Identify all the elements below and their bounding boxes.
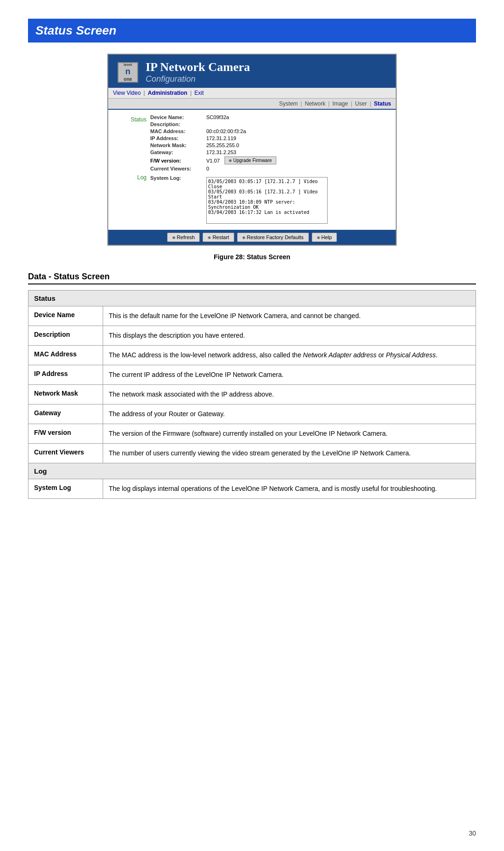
nav-exit[interactable]: Exit [195, 90, 204, 96]
description-row-desc: This displays the description you have e… [103, 326, 476, 346]
sidebar-log-label: Log [113, 174, 147, 181]
viewers-row-desc: The number of users currently viewing th… [103, 444, 476, 463]
data-section-title: Data - Status Screen [28, 272, 476, 284]
fw-label: F/W version: [150, 158, 206, 163]
device-name-row-desc: This is the default name for the LevelOn… [103, 306, 476, 326]
ip-row-label: IP Address [28, 365, 103, 385]
ip-row-desc: The current IP address of the LevelOne I… [103, 365, 476, 385]
log-section-header-row: Log [28, 463, 476, 479]
camera-screenshot: level n one IP Network Camera Configurat… [107, 54, 397, 246]
device-name-row: Device Name: SC09f32a [150, 114, 391, 120]
logo-one: one [124, 77, 132, 82]
log-row: System Log: 03/05/2003 03:05:17 [172.31.… [150, 175, 391, 224]
nav-administration[interactable]: Administration [148, 90, 188, 96]
tab-system[interactable]: System [279, 100, 298, 107]
gateway-row-label: Gateway [28, 404, 103, 424]
gateway-row-desc: The address of your Router or Gateway. [103, 404, 476, 424]
mac-desc-or: or [377, 351, 386, 359]
mac-desc-italic1: Network Adapter address [303, 351, 376, 359]
fw-row-desc: The version of the Firmware (software) c… [103, 424, 476, 444]
camera-header: level n one IP Network Camera Configurat… [108, 55, 396, 88]
logo-n: n [126, 67, 131, 77]
tab-user[interactable]: User [355, 100, 367, 107]
tab-network[interactable]: Network [305, 100, 325, 107]
logo-level: level [124, 63, 132, 67]
ip-row: IP Address: 172.31.2.119 [150, 135, 391, 141]
mask-row: Network Mask: 255.255.255.0 [150, 142, 391, 148]
restart-button[interactable]: Restart [203, 233, 234, 242]
tab-image[interactable]: Image [332, 100, 348, 107]
mac-row-desc: The MAC address is the low-level network… [103, 346, 476, 365]
camera-title-block: IP Network Camera Configuration [146, 60, 250, 84]
mac-desc-part1: The MAC address is the low-level network… [109, 351, 303, 359]
mask-label: Network Mask: [150, 142, 206, 148]
table-row: Gateway The address of your Router or Ga… [28, 404, 476, 424]
table-row: Device Name This is the default name for… [28, 306, 476, 326]
camera-nav: View Video | Administration | Exit [108, 88, 396, 99]
page-number: 30 [469, 830, 476, 837]
page-title: Status Screen [35, 23, 469, 38]
mac-desc-part2: . [436, 351, 438, 359]
log-section-header: Log [28, 463, 476, 479]
fw-row-label: F/W version [28, 424, 103, 444]
nav-view-video[interactable]: View Video [113, 90, 141, 96]
figure-caption: Figure 28: Status Screen [28, 253, 476, 261]
camera-subtitle: Configuration [146, 74, 250, 84]
gateway-value: 172.31.2.253 [206, 149, 236, 155]
gateway-label: Gateway: [150, 149, 206, 155]
sidebar-status-label: Status [113, 116, 147, 123]
fw-value: V1.07 [206, 158, 220, 163]
description-label: Description: [150, 121, 206, 127]
camera-content: Device Name: SC09f32a Description: MAC A… [150, 114, 391, 225]
gateway-row: Gateway: 172.31.2.253 [150, 149, 391, 155]
mac-label: MAC Address: [150, 128, 206, 134]
device-name-row-label: Device Name [28, 306, 103, 326]
data-table: Status Device Name This is the default n… [28, 290, 476, 499]
table-row: Description This displays the descriptio… [28, 326, 476, 346]
table-row: MAC Address The MAC address is the low-l… [28, 346, 476, 365]
camera-tabs: System | Network | Image | User | Status [108, 99, 396, 110]
viewers-label: Current Viewers: [150, 166, 206, 171]
status-section-header: Status [28, 291, 476, 306]
mask-row-label: Network Mask [28, 385, 103, 404]
mac-value: 00:c0:02:00:f3:2a [206, 128, 246, 134]
upgrade-firmware-button[interactable]: Upgrade Firmware [224, 156, 276, 164]
page-title-bar: Status Screen [28, 19, 476, 43]
status-section-header-row: Status [28, 291, 476, 306]
mac-desc-italic2: Physical Address [386, 351, 436, 359]
mac-row-label: MAC Address [28, 346, 103, 365]
fw-row: F/W version: V1.07 Upgrade Firmware [150, 156, 391, 164]
viewers-value: 0 [206, 166, 209, 171]
camera-sidebar: Status Log [113, 114, 150, 225]
refresh-button[interactable]: Refresh [167, 233, 200, 242]
table-row: Network Mask The network mask associated… [28, 385, 476, 404]
help-button[interactable]: Help [312, 233, 337, 242]
ip-value: 172.31.2.119 [206, 135, 236, 141]
camera-body: Status Log Device Name: SC09f32a Descrip… [108, 110, 396, 230]
system-log-row-label: System Log [28, 479, 103, 499]
device-name-label: Device Name: [150, 114, 206, 120]
description-row: Description: [150, 121, 391, 127]
system-log-row-desc: The log displays internal operations of … [103, 479, 476, 499]
mask-value: 255.255.255.0 [206, 142, 239, 148]
table-row: F/W version The version of the Firmware … [28, 424, 476, 444]
camera-logo: level n one [118, 62, 138, 83]
system-log-box: 03/05/2003 03:05:17 [172.31.2.7 ] Video … [206, 177, 328, 224]
system-log-label: System Log: [150, 175, 206, 181]
mask-row-desc: The network mask associated with the IP … [103, 385, 476, 404]
ip-label: IP Address: [150, 135, 206, 141]
table-row: IP Address The current IP address of the… [28, 365, 476, 385]
mac-row: MAC Address: 00:c0:02:00:f3:2a [150, 128, 391, 134]
viewers-row: Current Viewers: 0 [150, 166, 391, 171]
table-row: Current Viewers The number of users curr… [28, 444, 476, 463]
camera-main-title: IP Network Camera [146, 60, 250, 74]
description-row-label: Description [28, 326, 103, 346]
camera-footer: Refresh Restart Restore Factory Defaults… [108, 230, 396, 245]
restore-factory-button[interactable]: Restore Factory Defaults [237, 233, 309, 242]
tab-status[interactable]: Status [374, 100, 391, 107]
log-text: 03/05/2003 03:05:17 [172.31.2.7 ] Video … [208, 179, 326, 215]
device-name-value: SC09f32a [206, 114, 229, 120]
viewers-row-label: Current Viewers [28, 444, 103, 463]
table-row: System Log The log displays internal ope… [28, 479, 476, 499]
